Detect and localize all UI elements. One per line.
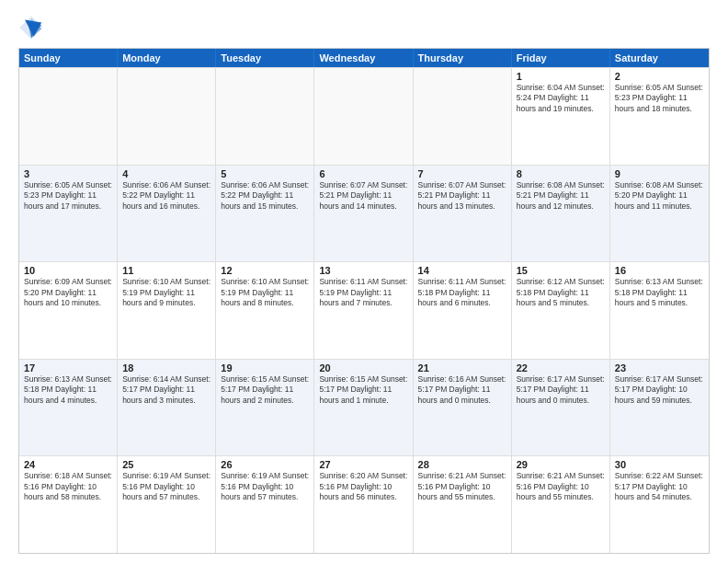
calendar-row-2: 3Sunrise: 6:05 AM Sunset: 5:23 PM Daylig… <box>19 165 709 262</box>
day-number: 5 <box>221 168 309 179</box>
calendar-day-22: 22Sunrise: 6:17 AM Sunset: 5:17 PM Dayli… <box>512 360 610 456</box>
calendar-day-30: 30Sunrise: 6:22 AM Sunset: 5:17 PM Dayli… <box>610 456 709 553</box>
calendar-row-4: 17Sunrise: 6:13 AM Sunset: 5:18 PM Dayli… <box>19 359 709 456</box>
day-number: 25 <box>122 459 210 470</box>
day-info: Sunrise: 6:05 AM Sunset: 5:23 PM Dayligh… <box>615 83 704 114</box>
day-info: Sunrise: 6:09 AM Sunset: 5:20 PM Dayligh… <box>24 277 112 308</box>
header-day-wednesday: Wednesday <box>314 49 413 67</box>
day-info: Sunrise: 6:11 AM Sunset: 5:18 PM Dayligh… <box>418 277 506 308</box>
calendar-day-6: 6Sunrise: 6:07 AM Sunset: 5:21 PM Daylig… <box>314 166 413 262</box>
calendar-row-1: 1Sunrise: 6:04 AM Sunset: 5:24 PM Daylig… <box>19 67 709 165</box>
calendar-day-20: 20Sunrise: 6:15 AM Sunset: 5:17 PM Dayli… <box>314 360 413 456</box>
calendar-day-2: 2Sunrise: 6:05 AM Sunset: 5:23 PM Daylig… <box>610 68 709 165</box>
day-info: Sunrise: 6:15 AM Sunset: 5:17 PM Dayligh… <box>221 374 309 406</box>
day-info: Sunrise: 6:13 AM Sunset: 5:18 PM Dayligh… <box>615 277 704 308</box>
day-info: Sunrise: 6:20 AM Sunset: 5:16 PM Dayligh… <box>319 471 407 502</box>
calendar-row-5: 24Sunrise: 6:18 AM Sunset: 5:16 PM Dayli… <box>19 455 709 553</box>
calendar-day-11: 11Sunrise: 6:10 AM Sunset: 5:19 PM Dayli… <box>118 262 216 359</box>
day-number: 23 <box>615 362 704 373</box>
day-info: Sunrise: 6:14 AM Sunset: 5:17 PM Dayligh… <box>122 374 210 406</box>
day-number: 24 <box>24 459 112 470</box>
day-info: Sunrise: 6:19 AM Sunset: 5:16 PM Dayligh… <box>122 471 210 502</box>
day-info: Sunrise: 6:21 AM Sunset: 5:16 PM Dayligh… <box>517 471 605 502</box>
day-number: 13 <box>319 265 407 276</box>
day-number: 27 <box>319 459 407 470</box>
day-info: Sunrise: 6:04 AM Sunset: 5:24 PM Dayligh… <box>517 83 605 114</box>
calendar-day-1: 1Sunrise: 6:04 AM Sunset: 5:24 PM Daylig… <box>512 68 610 165</box>
day-number: 7 <box>418 168 506 179</box>
calendar-day-24: 24Sunrise: 6:18 AM Sunset: 5:16 PM Dayli… <box>19 456 118 553</box>
day-number: 20 <box>319 362 407 373</box>
day-number: 8 <box>517 168 605 179</box>
day-info: Sunrise: 6:08 AM Sunset: 5:21 PM Dayligh… <box>517 180 605 212</box>
day-number: 10 <box>24 265 112 276</box>
calendar-day-17: 17Sunrise: 6:13 AM Sunset: 5:18 PM Dayli… <box>19 360 118 456</box>
calendar-day-29: 29Sunrise: 6:21 AM Sunset: 5:16 PM Dayli… <box>512 456 610 553</box>
header <box>18 15 710 40</box>
calendar-day-12: 12Sunrise: 6:10 AM Sunset: 5:19 PM Dayli… <box>216 262 314 359</box>
day-number: 21 <box>418 362 506 373</box>
day-number: 28 <box>418 459 506 470</box>
day-number: 29 <box>517 459 605 470</box>
calendar-day-26: 26Sunrise: 6:19 AM Sunset: 5:16 PM Dayli… <box>216 456 314 553</box>
day-number: 4 <box>122 168 210 179</box>
day-info: Sunrise: 6:07 AM Sunset: 5:21 PM Dayligh… <box>319 180 407 212</box>
day-number: 22 <box>517 362 605 373</box>
calendar-day-27: 27Sunrise: 6:20 AM Sunset: 5:16 PM Dayli… <box>314 456 413 553</box>
logo-icon <box>18 15 44 40</box>
calendar-day-21: 21Sunrise: 6:16 AM Sunset: 5:17 PM Dayli… <box>414 360 512 456</box>
day-info: Sunrise: 6:07 AM Sunset: 5:21 PM Dayligh… <box>418 180 506 212</box>
day-number: 16 <box>615 265 704 276</box>
day-number: 30 <box>615 459 704 470</box>
calendar-empty-cell <box>19 68 118 165</box>
calendar-header: SundayMondayTuesdayWednesdayThursdayFrid… <box>19 49 709 67</box>
calendar-day-3: 3Sunrise: 6:05 AM Sunset: 5:23 PM Daylig… <box>19 166 118 262</box>
day-info: Sunrise: 6:17 AM Sunset: 5:17 PM Dayligh… <box>517 374 605 406</box>
calendar-day-5: 5Sunrise: 6:06 AM Sunset: 5:22 PM Daylig… <box>216 166 314 262</box>
header-day-monday: Monday <box>118 49 216 67</box>
calendar-day-9: 9Sunrise: 6:08 AM Sunset: 5:20 PM Daylig… <box>610 166 709 262</box>
day-info: Sunrise: 6:05 AM Sunset: 5:23 PM Dayligh… <box>24 180 112 212</box>
day-number: 2 <box>615 71 704 82</box>
calendar-day-19: 19Sunrise: 6:15 AM Sunset: 5:17 PM Dayli… <box>216 360 314 456</box>
day-info: Sunrise: 6:12 AM Sunset: 5:18 PM Dayligh… <box>517 277 605 308</box>
day-number: 19 <box>221 362 309 373</box>
header-day-thursday: Thursday <box>414 49 512 67</box>
day-info: Sunrise: 6:06 AM Sunset: 5:22 PM Dayligh… <box>221 180 309 212</box>
calendar-row-3: 10Sunrise: 6:09 AM Sunset: 5:20 PM Dayli… <box>19 261 709 359</box>
day-info: Sunrise: 6:13 AM Sunset: 5:18 PM Dayligh… <box>24 374 112 406</box>
calendar-day-18: 18Sunrise: 6:14 AM Sunset: 5:17 PM Dayli… <box>118 360 216 456</box>
header-day-friday: Friday <box>512 49 610 67</box>
calendar-empty-cell <box>314 68 413 165</box>
day-info: Sunrise: 6:18 AM Sunset: 5:16 PM Dayligh… <box>24 471 112 502</box>
day-number: 26 <box>221 459 309 470</box>
day-info: Sunrise: 6:06 AM Sunset: 5:22 PM Dayligh… <box>122 180 210 212</box>
calendar-day-8: 8Sunrise: 6:08 AM Sunset: 5:21 PM Daylig… <box>512 166 610 262</box>
day-number: 3 <box>24 168 112 179</box>
calendar: SundayMondayTuesdayWednesdayThursdayFrid… <box>18 48 710 554</box>
logo <box>18 15 48 40</box>
day-info: Sunrise: 6:17 AM Sunset: 5:17 PM Dayligh… <box>615 374 704 406</box>
calendar-day-15: 15Sunrise: 6:12 AM Sunset: 5:18 PM Dayli… <box>512 262 610 359</box>
calendar-empty-cell <box>216 68 314 165</box>
day-number: 6 <box>319 168 407 179</box>
day-info: Sunrise: 6:10 AM Sunset: 5:19 PM Dayligh… <box>221 277 309 308</box>
day-number: 1 <box>517 71 605 82</box>
header-day-sunday: Sunday <box>19 49 118 67</box>
header-day-saturday: Saturday <box>610 49 709 67</box>
day-number: 12 <box>221 265 309 276</box>
day-info: Sunrise: 6:10 AM Sunset: 5:19 PM Dayligh… <box>122 277 210 308</box>
calendar-empty-cell <box>414 68 512 165</box>
day-info: Sunrise: 6:21 AM Sunset: 5:16 PM Dayligh… <box>418 471 506 502</box>
calendar-day-16: 16Sunrise: 6:13 AM Sunset: 5:18 PM Dayli… <box>610 262 709 359</box>
day-number: 11 <box>122 265 210 276</box>
calendar-empty-cell <box>118 68 216 165</box>
day-info: Sunrise: 6:11 AM Sunset: 5:19 PM Dayligh… <box>319 277 407 308</box>
calendar-body: 1Sunrise: 6:04 AM Sunset: 5:24 PM Daylig… <box>19 67 709 553</box>
day-number: 18 <box>122 362 210 373</box>
calendar-day-28: 28Sunrise: 6:21 AM Sunset: 5:16 PM Dayli… <box>414 456 512 553</box>
day-info: Sunrise: 6:15 AM Sunset: 5:17 PM Dayligh… <box>319 374 407 406</box>
day-info: Sunrise: 6:19 AM Sunset: 5:16 PM Dayligh… <box>221 471 309 502</box>
page: SundayMondayTuesdayWednesdayThursdayFrid… <box>0 0 728 563</box>
day-info: Sunrise: 6:16 AM Sunset: 5:17 PM Dayligh… <box>418 374 506 406</box>
